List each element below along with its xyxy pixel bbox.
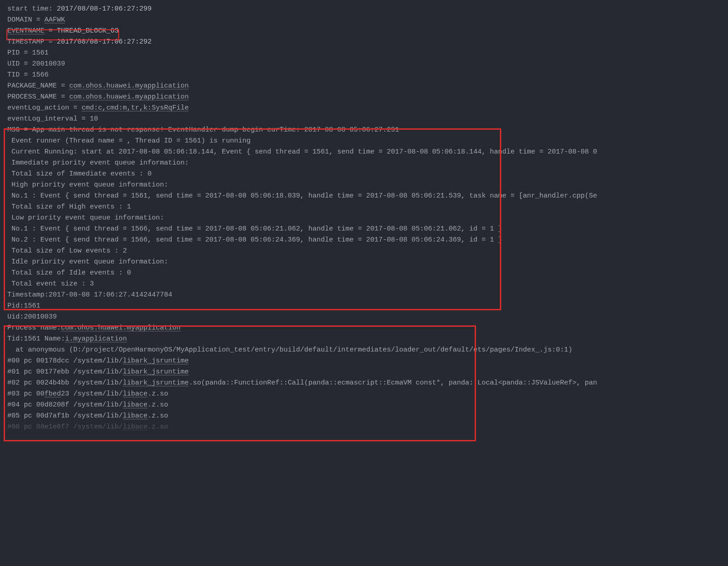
- log-line: eventLog_interval = 10: [0, 114, 728, 125]
- suffix: .z.so: [148, 412, 168, 420]
- lib: libark_jsruntime: [123, 379, 189, 387]
- log-line: No.2 : Event { send thread = 1566, send …: [0, 235, 728, 246]
- log-line: Low priority event queue information:: [0, 213, 728, 224]
- log-line: No.1 : Event { send thread = 1561, send …: [0, 191, 728, 202]
- log-line: Event runner (Thread name = , Thread ID …: [0, 136, 728, 147]
- text: #06 pc 00e1e6f7 /system/lib/: [7, 423, 123, 431]
- log-line: #05 pc 00d7af1b /system/lib/libace.z.so: [0, 411, 728, 422]
- log-line: #03 pc 00fbed23 /system/lib/libace.z.so: [0, 389, 728, 400]
- log-line: DOMAIN = AAFWK: [0, 15, 728, 26]
- value: com.ohos.huawei.myapplication: [61, 324, 181, 332]
- log-line: TID = 1566: [0, 70, 728, 81]
- value: com.ohos.huawei.myapplication: [69, 93, 189, 101]
- log-line: #06 pc 00e1e6f7 /system/lib/libace.z.so: [0, 422, 728, 433]
- log-line: Total size of Idle events : 0: [0, 268, 728, 279]
- log-line: TIMESTAMP = 2017/08/08-17:06:27:292: [0, 37, 728, 48]
- log-line: Process name:com.ohos.huawei.myapplicati…: [0, 323, 728, 334]
- label: Tid:1561 Name:: [7, 335, 65, 343]
- log-line: UID = 20010039: [0, 59, 728, 70]
- log-line: PID = 1561: [0, 48, 728, 59]
- lib: libace: [123, 423, 148, 431]
- log-line: Pid:1561: [0, 301, 728, 312]
- value: THREAD_BLOCK_6S: [57, 27, 119, 35]
- log-output: start time: 2017/08/08-17:06:27:299 DOMA…: [0, 4, 728, 566]
- log-line: No.1 : Event { send thread = 1566, send …: [0, 224, 728, 235]
- log-line: EVENTNAME = THREAD_BLOCK_6S: [0, 26, 728, 37]
- log-line: eventLog_action = cmd:c,cmd:m,tr,k:SysRq…: [0, 103, 728, 114]
- value: 2017/08/08-17:06:27:292: [57, 38, 152, 46]
- log-line: #00 pc 00178dcc /system/lib/libark_jsrun…: [0, 356, 728, 367]
- suffix: .z.so: [148, 390, 168, 398]
- label: Process name:: [7, 324, 61, 332]
- label: EVENTNAME: [7, 27, 44, 35]
- log-line: Idle priority event queue information:: [0, 257, 728, 268]
- text: #02 pc 0024b4bb /system/lib/: [7, 379, 123, 387]
- lib: libark_jsruntime: [123, 368, 189, 376]
- log-line: PACKAGE_NAME = com.ohos.huawei.myapplica…: [0, 81, 728, 92]
- label: PROCESS_NAME =: [7, 93, 69, 101]
- log-line: Total size of Low events : 2: [0, 246, 728, 257]
- lib: libace: [123, 390, 148, 398]
- label: eventLog_action =: [7, 104, 82, 112]
- equals: =: [44, 27, 57, 35]
- log-line: Timestamp:2017-08-08 17:06:27.4142447784: [0, 290, 728, 301]
- lib: libace: [123, 401, 148, 409]
- log-line: start time: 2017/08/08-17:06:27:299: [0, 4, 728, 15]
- log-line: Total size of Immediate events : 0: [0, 169, 728, 180]
- text: #05 pc 00d7af1b /system/lib/: [7, 412, 123, 420]
- text: #03 pc 00: [7, 390, 44, 398]
- log-line: High priority event queue information:: [0, 180, 728, 191]
- suffix: .so(panda::FunctionRef::Call(panda::ecma…: [189, 379, 597, 387]
- log-line: MSG = App main thread is not response! E…: [0, 125, 728, 136]
- log-line: #04 pc 00d8208f /system/lib/libace.z.so: [0, 400, 728, 411]
- text: 23 /system/lib/: [61, 390, 123, 398]
- value: 2017/08/08-17:06:27:299: [57, 5, 152, 13]
- log-line: Total size of High events : 1: [0, 202, 728, 213]
- frag: fbed: [44, 390, 61, 398]
- log-line: Total event size : 3: [0, 279, 728, 290]
- lib: libace: [123, 412, 148, 420]
- log-line: Immediate priority event queue informati…: [0, 158, 728, 169]
- suffix: .z.so: [148, 401, 168, 409]
- log-line: Tid:1561 Name:i.myapplication: [0, 334, 728, 345]
- value: cmd:c,cmd:m,tr,k:SysRqFile: [82, 104, 189, 112]
- log-line: PROCESS_NAME = com.ohos.huawei.myapplica…: [0, 92, 728, 103]
- text: #01 pc 00177ebb /system/lib/: [7, 368, 123, 376]
- value: i.myapplication: [65, 335, 127, 343]
- log-line: Uid:20010039: [0, 312, 728, 323]
- text: #04 pc 00d8208f /system/lib/: [7, 401, 123, 409]
- lib: libark_jsruntime: [123, 357, 189, 365]
- label: start time:: [7, 5, 57, 13]
- text: #00 pc 00178dcc /system/lib/: [7, 357, 123, 365]
- label: DOMAIN =: [7, 16, 44, 24]
- value: com.ohos.huawei.myapplication: [69, 82, 189, 90]
- label: TIMESTAMP =: [7, 38, 57, 46]
- log-line: #02 pc 0024b4bb /system/lib/libark_jsrun…: [0, 378, 728, 389]
- suffix: .z.so: [148, 423, 168, 431]
- label: PACKAGE_NAME =: [7, 82, 69, 90]
- log-line: at anonymous (D:/project/OpenHarmonyOS/M…: [0, 345, 728, 356]
- log-line: #01 pc 00177ebb /system/lib/libark_jsrun…: [0, 367, 728, 378]
- value: AAFWK: [44, 16, 65, 24]
- log-line: Current Running: start at 2017-08-08 05:…: [0, 147, 728, 158]
